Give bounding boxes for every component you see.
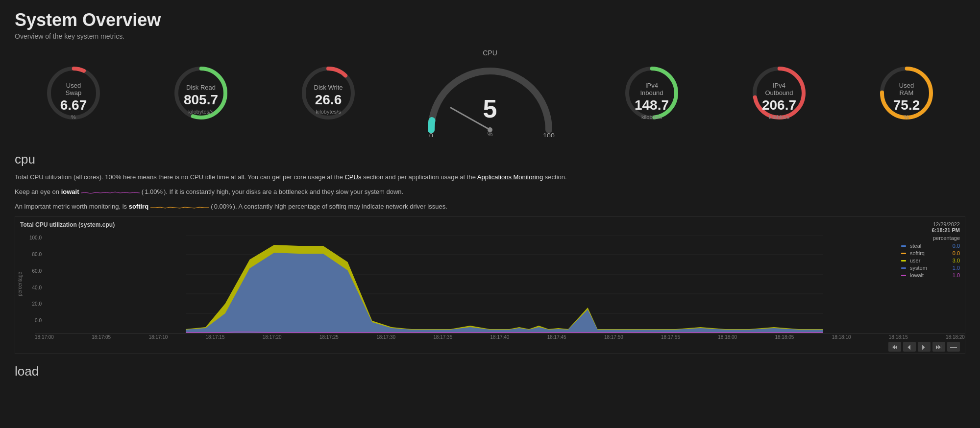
legend-color-softirq <box>901 253 906 254</box>
chart-navigation: ⏮ ⏴ ⏵ ⏭ — <box>15 340 965 354</box>
gauge-used-ram-label: Used RAM <box>892 82 921 96</box>
y-axis-label: percentage <box>15 235 24 333</box>
legend-label: percentage <box>901 235 960 241</box>
chart-nav-last[interactable]: ⏭ <box>932 342 945 352</box>
gauge-used-swap-value: 6.67 <box>59 98 88 112</box>
cpu-description: Total CPU utilization (all cores). 100% … <box>15 172 965 183</box>
legend-color-iowait <box>901 275 906 276</box>
legend-item-system: system 1.0 <box>901 265 960 271</box>
legend-name-user: user <box>910 258 944 263</box>
gauge-disk-read-value: 805.7 <box>184 93 218 107</box>
cpus-link[interactable]: CPUs <box>344 173 361 181</box>
legend-val-iowait: 1.0 <box>948 272 960 278</box>
cpu-section-title: cpu <box>15 152 965 167</box>
gauge-ipv4-inbound: IPv4 Inbound 148.7 kilobits/s <box>612 64 691 122</box>
gauge-used-swap-unit: % <box>59 114 88 120</box>
chart-nav-zoom[interactable]: — <box>947 342 960 352</box>
page-header: System Overview Overview of the key syst… <box>0 0 980 44</box>
cpu-chart: Total CPU utilization (system.cpu) 12/29… <box>15 216 965 354</box>
gauge-cpu-label: CPU <box>483 49 497 57</box>
page-title: System Overview <box>15 10 965 30</box>
gauge-ipv4-inbound-unit: kilobits/s <box>635 114 669 120</box>
chart-svg <box>44 235 965 333</box>
gauge-ipv4-inbound-label: IPv4 Inbound <box>635 82 669 96</box>
cpu-chart-title: Total CPU utilization (system.cpu) <box>20 221 115 233</box>
gauge-ipv4-inbound-value: 148.7 <box>635 98 669 112</box>
gauge-disk-write-value: 26.6 <box>314 93 343 107</box>
legend-val-user: 3.0 <box>948 258 960 263</box>
svg-text:100: 100 <box>543 132 555 137</box>
chart-main-area: percentage steal 0.0 softirq 0.0 user <box>44 235 965 333</box>
legend-item-user: user 3.0 <box>901 258 960 263</box>
gauge-ipv4-outbound-unit: kilobits/s <box>762 114 796 120</box>
gauge-disk-read: Disk Read 805.7 kilobytes/s <box>162 64 240 122</box>
gauge-ipv4-outbound-label: IPv4 Outbound <box>762 82 796 96</box>
legend-val-softirq: 0.0 <box>948 250 960 256</box>
iowait-description: Keep an eye on iowait (1.00%). If it is … <box>15 187 965 197</box>
page-subtitle: Overview of the key system metrics. <box>15 32 965 40</box>
cpu-chart-date: 12/29/2022 6:18:21 PM <box>932 221 960 233</box>
legend-color-user <box>901 260 906 262</box>
gauge-used-swap: Used Swap 6.67 % <box>34 64 113 122</box>
legend-item-iowait: iowait 1.0 <box>901 272 960 278</box>
gauge-used-ram-value: 75.2 <box>892 98 921 112</box>
chart-legend: percentage steal 0.0 softirq 0.0 user <box>901 235 960 280</box>
svg-text:5: 5 <box>483 95 497 123</box>
x-axis: 18:17:00 18:17:05 18:17:10 18:17:15 18:1… <box>35 333 965 340</box>
legend-name-softirq: softirq <box>910 250 944 256</box>
gauge-disk-write-unit: kilobytes/s <box>314 109 343 115</box>
gauge-used-swap-label: Used Swap <box>59 82 88 96</box>
legend-name-system: system <box>910 265 944 271</box>
legend-color-steal <box>901 245 906 247</box>
load-section-title-hint: load <box>15 364 965 379</box>
gauge-disk-write-label: Disk Write <box>314 84 343 91</box>
gauge-used-ram-unit: % <box>892 114 921 120</box>
svg-text:0: 0 <box>429 132 433 137</box>
legend-color-system <box>901 267 906 269</box>
gauges-row: Used Swap 6.67 % Disk Read 805.7 kilobyt… <box>0 44 980 147</box>
legend-name-steal: steal <box>910 243 944 249</box>
chart-nav-first[interactable]: ⏮ <box>888 342 901 352</box>
app-monitor-link[interactable]: Applications Monitoring <box>477 173 543 181</box>
softirq-description: An important metric worth monitoring, is… <box>15 201 965 212</box>
svg-marker-26 <box>186 253 823 333</box>
legend-val-system: 1.0 <box>948 265 960 271</box>
gauge-cpu: CPU 5 0 100 % <box>416 49 564 137</box>
cpu-section: cpu Total CPU utilization (all cores). 1… <box>0 147 980 389</box>
gauge-used-ram: Used RAM 75.2 % <box>867 64 946 122</box>
chart-nav-prev[interactable]: ⏴ <box>903 342 916 352</box>
legend-item-steal: steal 0.0 <box>901 243 960 249</box>
gauge-disk-read-unit: kilobytes/s <box>184 109 218 115</box>
chart-nav-next[interactable]: ⏵ <box>918 342 931 352</box>
gauge-disk-write: Disk Write 26.6 kilobytes/s <box>289 64 368 122</box>
legend-item-softirq: softirq 0.0 <box>901 250 960 256</box>
gauge-disk-read-label: Disk Read <box>184 84 218 91</box>
legend-val-steal: 0.0 <box>948 243 960 249</box>
svg-text:%: % <box>488 131 493 137</box>
gauge-ipv4-outbound-value: 206.7 <box>762 98 796 112</box>
legend-name-iowait: iowait <box>910 272 944 278</box>
y-axis: 100.0 80.0 60.0 40.0 20.0 0.0 <box>24 235 44 333</box>
svg-point-6 <box>326 67 330 71</box>
gauge-ipv4-outbound: IPv4 Outbound 206.7 kilobits/s <box>740 64 818 122</box>
